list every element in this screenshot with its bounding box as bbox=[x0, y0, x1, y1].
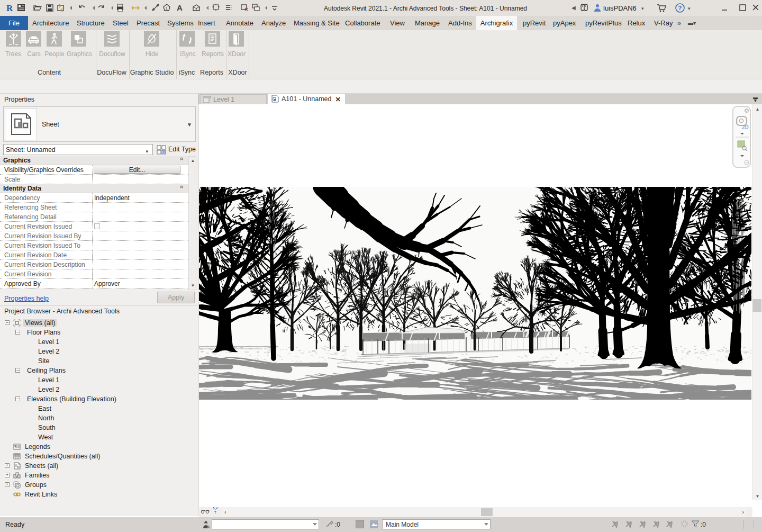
svg-text:A: A bbox=[177, 3, 183, 12]
svg-text:2D: 2D bbox=[742, 124, 749, 130]
svg-text:1: 1 bbox=[166, 6, 168, 11]
svg-text:R: R bbox=[6, 3, 13, 13]
svg-text:?: ? bbox=[678, 5, 682, 11]
